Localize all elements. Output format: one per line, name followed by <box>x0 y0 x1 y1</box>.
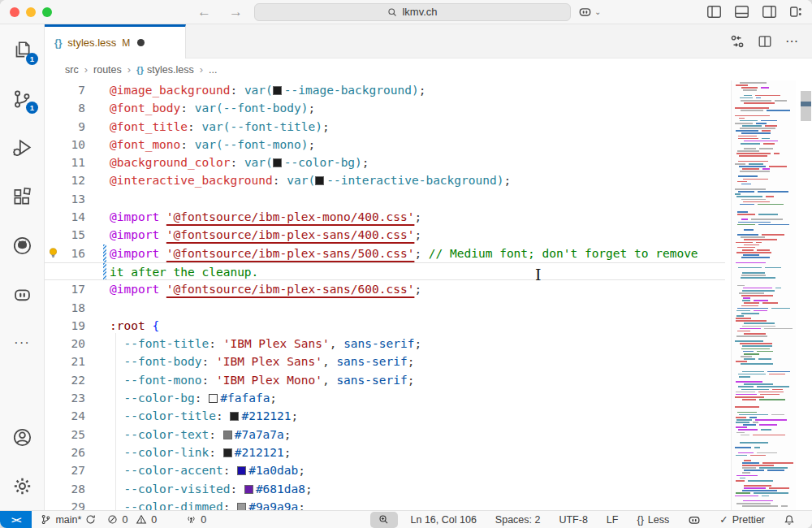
window-title: lkmv.ch <box>402 6 437 18</box>
formatter-button[interactable]: ✓ Prettier <box>714 511 771 528</box>
color-swatch[interactable] <box>223 431 232 439</box>
branch-button[interactable]: main* <box>35 511 102 528</box>
color-swatch[interactable] <box>237 466 246 475</box>
code-line[interactable]: 23 --color-bg: #fafafa; <box>45 389 725 407</box>
code-line[interactable]: 11@background_color: var(--color-bg); <box>45 154 725 171</box>
breadcrumb-item[interactable]: routes <box>93 64 122 76</box>
scrollbar[interactable] <box>800 80 812 510</box>
screencast-zoom-indicator <box>370 512 398 528</box>
sidebar-item-chat[interactable] <box>11 283 33 305</box>
encoding-button[interactable]: UTF-8 <box>553 511 593 528</box>
copilot-icon <box>578 5 592 19</box>
forward-button[interactable]: → <box>229 5 243 19</box>
color-swatch[interactable] <box>223 448 232 457</box>
customize-layout-button[interactable] <box>790 6 802 18</box>
split-editor-button[interactable] <box>758 35 771 48</box>
color-swatch[interactable] <box>315 176 324 185</box>
code-line[interactable]: 29 --color-dimmed: #9a9a9a; <box>45 498 725 510</box>
bell-icon <box>784 514 795 526</box>
open-changes-button[interactable] <box>730 34 745 49</box>
code-line[interactable]: 16@import '@fontsource/ibm-plex-sans/500… <box>45 245 725 262</box>
code-text: --color-dimmed: #9a9a9a; <box>110 498 725 510</box>
code-line[interactable]: 18 <box>45 299 725 317</box>
breadcrumb-item[interactable]: ... <box>209 64 217 76</box>
code-line[interactable]: 17@import '@fontsource/ibm-plex-sans/600… <box>45 280 725 298</box>
sidebar-item-explorer[interactable]: 1 <box>11 39 33 62</box>
settings-button[interactable] <box>11 474 33 497</box>
code-text: --color-bg: #fafafa; <box>110 389 725 407</box>
titlebar: ← → lkmv.ch ⌄ <box>0 0 812 24</box>
code-line[interactable]: 28 --color-visited: #681da8; <box>45 480 725 498</box>
copilot-status-button[interactable] <box>682 511 706 528</box>
remote-indicator-button[interactable]: >< <box>0 511 32 528</box>
cursor-position: Ln 16, Col 106 <box>411 514 477 526</box>
color-swatch[interactable] <box>244 485 253 494</box>
command-center[interactable]: lkmv.ch <box>254 3 571 21</box>
toggle-panel-button[interactable] <box>735 6 749 18</box>
color-swatch[interactable] <box>237 503 246 510</box>
code-line[interactable]: 21 --font-body: 'IBM Plex Sans', sans-se… <box>45 353 725 370</box>
close-window-button[interactable] <box>10 7 19 17</box>
indentation-button[interactable]: Spaces: 2 <box>490 511 546 528</box>
more-views-button[interactable]: ··· <box>11 331 33 354</box>
toggle-secondary-sidebar-button[interactable] <box>762 6 776 18</box>
code-text: @import '@fontsource/ibm-plex-sans/500.c… <box>110 245 725 262</box>
code-line[interactable]: 22 --font-mono: 'IBM Plex Mono', sans-se… <box>45 371 725 389</box>
code-text: --color-accent: #1a0dab; <box>110 461 725 479</box>
code-line[interactable]: it after the cleanup. <box>45 262 725 280</box>
dirty-indicator[interactable] <box>137 39 145 46</box>
code-line[interactable]: 25 --color-text: #7a7a7a; <box>45 426 725 444</box>
code-line[interactable]: 20 --font-title: 'IBM Plex Sans', sans-s… <box>45 335 725 353</box>
account-button[interactable] <box>11 426 33 448</box>
language-label: Less <box>648 514 669 526</box>
problems-button[interactable]: 0 0 <box>102 511 162 528</box>
sidebar-item-source-control[interactable]: 1 <box>11 88 33 110</box>
code-lines: 7@image_background: var(--image-backgrou… <box>45 81 725 510</box>
sidebar-item-run-debug[interactable] <box>11 136 33 159</box>
error-count: 0 <box>122 514 127 526</box>
breadcrumb-item[interactable]: {}styles.less <box>136 64 194 76</box>
cursor-position-button[interactable]: Ln 16, Col 106 <box>405 511 482 528</box>
code-line[interactable]: 7@image_background: var(--image-backgrou… <box>45 81 725 99</box>
toggle-primary-sidebar-button[interactable] <box>707 6 721 18</box>
color-swatch[interactable] <box>273 86 282 95</box>
notifications-button[interactable] <box>778 511 801 528</box>
code-line[interactable]: 24 --color-title: #212121; <box>45 407 725 425</box>
gear-icon <box>11 475 33 497</box>
code-line[interactable]: 9@font_title: var(--font-title); <box>45 118 725 136</box>
breadcrumb-item[interactable]: src <box>65 64 79 76</box>
sidebar-item-github[interactable] <box>11 234 33 257</box>
maximize-window-button[interactable] <box>42 7 52 17</box>
eol-button[interactable]: LF <box>601 511 624 528</box>
minimize-window-button[interactable] <box>26 7 36 17</box>
code-line[interactable]: 10@font_mono: var(--font-mono); <box>45 136 725 154</box>
mouse-ibeam-cursor: I <box>535 266 542 283</box>
code-line[interactable]: 14@import '@fontsource/ibm-plex-mono/400… <box>45 208 725 226</box>
code-line[interactable]: 12@interactive_background: var(--interac… <box>45 171 725 189</box>
branch-label: main* <box>55 514 81 526</box>
code-line[interactable]: 26 --color-link: #212121; <box>45 444 725 461</box>
code-line[interactable]: 8@font_body: var(--font-body); <box>45 99 725 117</box>
code-editor[interactable]: 7@image_background: var(--image-backgrou… <box>45 80 812 510</box>
copilot-menu-button[interactable]: ⌄ <box>578 5 601 19</box>
activity-bar: 1 1 <box>0 24 45 510</box>
code-line[interactable]: 19:root { <box>45 317 725 335</box>
sidebar-item-extensions[interactable] <box>11 185 33 208</box>
color-swatch[interactable] <box>209 394 218 403</box>
language-mode-button[interactable]: {} Less <box>631 511 675 528</box>
line-number: 28 <box>45 480 85 498</box>
code-line[interactable]: 15@import '@fontsource/ibm-plex-sans/400… <box>45 226 725 244</box>
code-line[interactable]: 13 <box>45 190 725 208</box>
scrollbar-thumb[interactable] <box>801 91 811 121</box>
back-button[interactable]: ← <box>197 5 211 19</box>
color-swatch[interactable] <box>273 158 282 167</box>
ports-button[interactable]: 0 <box>180 511 212 528</box>
code-text: @import '@fontsource/ibm-plex-sans/600.c… <box>110 280 725 298</box>
code-text: :root { <box>110 317 725 335</box>
minimap[interactable] <box>731 80 796 510</box>
tab-styles-less[interactable]: {} styles.less M <box>45 24 186 58</box>
code-text: --color-text: #7a7a7a; <box>110 426 725 444</box>
color-swatch[interactable] <box>230 412 239 421</box>
code-line[interactable]: 27 --color-accent: #1a0dab; <box>45 461 725 479</box>
window-controls <box>10 7 52 17</box>
